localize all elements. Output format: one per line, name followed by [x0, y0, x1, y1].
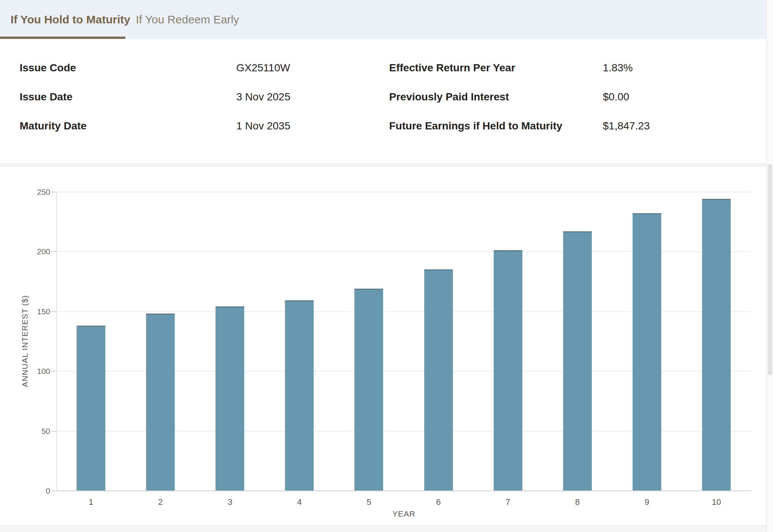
bar-year-8[interactable] [563, 231, 592, 490]
x-axis-title: YEAR [328, 509, 479, 518]
bar-year-4[interactable] [285, 300, 314, 490]
y-tick-label: 50 [12, 427, 50, 435]
gridline [56, 192, 751, 192]
maturity-date-value: 1 Nov 2035 [236, 120, 290, 132]
x-axis-line [56, 490, 751, 491]
future-earnings-label: Future Earnings if Held to Maturity [389, 120, 562, 132]
scrollbar-thumb[interactable] [768, 164, 772, 375]
y-axis-title: ANNUAL INTEREST ($) [20, 228, 29, 454]
y-tick-label: 100 [12, 367, 50, 375]
x-tick-label: 2 [138, 497, 183, 508]
y-axis-line [56, 192, 57, 490]
bond-info-section: Issue Code GX25110W Issue Date 3 Nov 202… [0, 39, 773, 163]
bar-year-1[interactable] [77, 326, 105, 490]
bar-year-5[interactable] [354, 289, 383, 490]
x-tick-label: 4 [277, 497, 322, 508]
y-tick-label: 0 [12, 487, 50, 495]
x-tick-label: 9 [624, 497, 670, 508]
y-tick-mark [51, 371, 56, 372]
tab-bar: If You Hold to Maturity If You Redeem Ea… [0, 0, 773, 39]
x-tick-label: 3 [207, 497, 253, 508]
bar-year-7[interactable] [494, 250, 522, 490]
maturity-date-label: Maturity Date [20, 120, 86, 132]
y-tick-label: 150 [12, 308, 50, 315]
y-tick-label: 200 [12, 248, 50, 255]
y-tick-mark [51, 431, 56, 432]
x-tick-label: 10 [694, 497, 739, 508]
tab-hold-to-maturity[interactable]: If You Hold to Maturity [11, 0, 130, 39]
page-background-strip [0, 526, 773, 532]
future-earnings-value: $1,847.23 [603, 120, 650, 132]
effective-return-value: 1.83% [603, 62, 633, 74]
scrollbar-track[interactable] [766, 0, 773, 532]
issue-date-label: Issue Date [20, 91, 72, 103]
x-tick-label: 6 [416, 497, 461, 508]
annual-interest-bar-chart: ANNUAL INTEREST ($) YEAR 050100150200250… [0, 167, 773, 526]
y-tick-mark [51, 311, 56, 312]
previously-paid-interest-label: Previously Paid Interest [389, 91, 509, 103]
y-tick-label: 250 [12, 188, 50, 196]
bar-year-2[interactable] [146, 314, 175, 490]
x-tick-label: 1 [68, 497, 114, 508]
y-tick-mark [51, 192, 56, 192]
effective-return-label: Effective Return Per Year [389, 62, 515, 74]
y-tick-mark [51, 251, 56, 252]
bar-year-10[interactable] [702, 199, 731, 490]
x-tick-label: 7 [485, 497, 531, 508]
x-tick-label: 8 [555, 497, 600, 508]
previously-paid-interest-value: $0.00 [603, 91, 629, 103]
bar-year-9[interactable] [633, 213, 661, 490]
issue-code-value: GX25110W [236, 62, 290, 74]
x-tick-label: 5 [346, 497, 391, 508]
issue-code-label: Issue Code [20, 62, 76, 74]
bar-year-3[interactable] [216, 306, 244, 490]
card-divider [0, 163, 773, 167]
tab-redeem-early[interactable]: If You Redeem Early [136, 0, 239, 39]
ssb-calculator-panel: If You Hold to Maturity If You Redeem Ea… [0, 0, 773, 532]
issue-date-value: 3 Nov 2025 [236, 91, 290, 103]
bar-year-6[interactable] [424, 269, 453, 490]
y-tick-mark [51, 490, 56, 491]
